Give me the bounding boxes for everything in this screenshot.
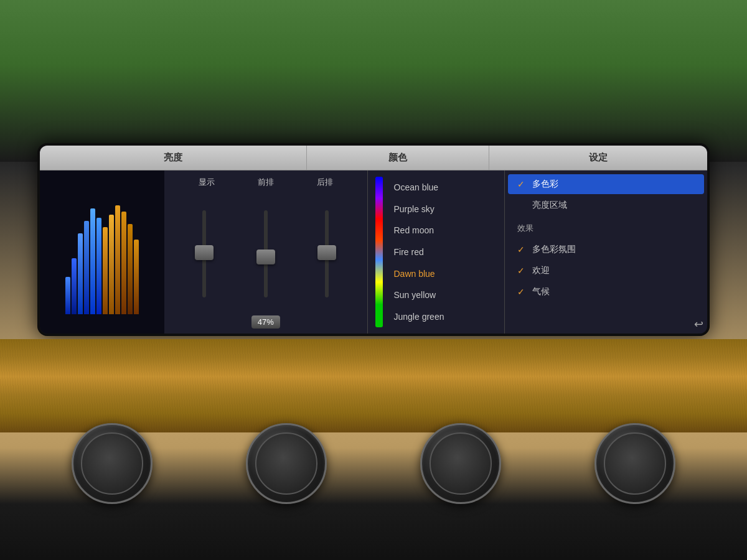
settings-item-effects_header: 效果 [508,217,705,238]
front-slider-track[interactable] [264,210,268,297]
settings-item-multicolor_ambience[interactable]: ✓多色彩氛围 [508,240,705,259]
rear-label: 后排 [317,177,333,188]
display-slider-wrapper[interactable] [202,210,206,310]
color-list: Ocean bluePurple skyRed moonFire redDawn… [388,174,504,330]
settings-label-brightness_area: 亮度区域 [532,200,567,211]
vent-center-left [246,423,327,504]
display-slider-thumb[interactable] [195,245,214,260]
color-strip [375,177,383,327]
settings-item-weather[interactable]: ✓气候 [508,282,705,302]
settings-label-effects_header: 效果 [517,223,533,234]
color-panel: Ocean bluePurple skyRed moonFire redDawn… [368,170,505,334]
brightness-header-label: 亮度 [164,152,182,164]
color-item-sun-yellow[interactable]: Sun yellow [388,286,504,304]
settings-panel: ✓多色彩亮度区域效果✓多色彩氛围✓欢迎✓气候↩ [505,170,708,334]
back-button[interactable]: ↩ [694,317,703,331]
viz-bar [72,258,77,314]
vent-inner-center-left [255,432,317,494]
slider-value-badge: 47% [251,315,280,329]
settings-item-multicolor[interactable]: ✓多色彩 [508,174,705,194]
vents-row [0,423,747,504]
vent-center-right [420,423,501,504]
front-slider-wrapper[interactable]: 47% [264,210,268,310]
viz-bar [109,215,114,314]
viz-bars [59,190,145,314]
color-item-ocean-blue[interactable]: Ocean blue [388,179,504,196]
color-header: 颜色 [307,146,489,170]
check-icon-weather: ✓ [517,287,527,297]
vent-inner-right [604,432,665,494]
color-item-jungle-green[interactable]: Jungle green [388,308,504,325]
viz-bar [121,212,126,314]
screen-bezel: 亮度 颜色 设定 [37,143,710,336]
check-icon-welcome: ✓ [517,266,527,276]
front-slider-thumb[interactable] [256,250,275,264]
infotainment-screen: 亮度 颜色 设定 [40,146,707,334]
vent-right [594,423,675,504]
slider-labels: 显示 前排 后排 [164,177,367,188]
viz-bar [115,205,120,314]
display-slider-track[interactable] [202,210,206,297]
viz-bar [96,218,101,314]
viz-bar [128,224,133,314]
rear-slider-wrapper[interactable] [325,210,329,310]
display-label: 显示 [199,177,215,188]
vent-left [72,423,153,504]
wood-trim [0,339,747,432]
viz-bar [78,233,83,314]
settings-label-weather: 气候 [532,286,550,297]
color-item-red-moon[interactable]: Red moon [388,222,504,239]
dashboard-top [0,0,747,162]
settings-label-welcome: 欢迎 [532,265,550,276]
check-icon-multicolor_ambience: ✓ [517,245,527,254]
viz-bar [90,208,95,314]
rear-slider-thumb[interactable] [317,245,336,260]
color-item-purple-sky[interactable]: Purple sky [388,200,504,218]
vent-inner-center-right [430,432,491,494]
wood-grain [0,339,747,432]
color-strip-container: Ocean bluePurple skyRed moonFire redDawn… [368,174,504,330]
brightness-header: 亮度 [40,146,307,170]
color-item-fire-red[interactable]: Fire red [388,243,504,261]
settings-label-multicolor: 多色彩 [532,179,558,190]
vent-inner-left [81,432,143,494]
viz-bar [65,277,70,314]
settings-label-multicolor_ambience: 多色彩氛围 [532,244,576,255]
viz-bar [103,227,108,314]
screen-header: 亮度 颜色 设定 [40,146,707,170]
settings-header: 设定 [489,146,707,170]
viz-bar [84,221,89,314]
settings-header-label: 设定 [589,152,608,164]
viz-bar [134,240,139,314]
brightness-panel: 显示 前排 后排 [164,170,368,334]
color-header-label: 颜色 [388,152,407,164]
screen-body: 显示 前排 后排 [40,170,707,334]
rear-slider-track[interactable] [325,210,329,297]
front-label: 前排 [258,177,274,188]
color-item-dawn-blue[interactable]: Dawn blue [388,265,504,282]
check-icon-multicolor: ✓ [517,179,527,189]
visualization-panel [40,170,164,334]
settings-item-brightness_area[interactable]: 亮度区域 [508,195,705,215]
settings-item-welcome[interactable]: ✓欢迎 [508,261,705,281]
sliders-container: 47% [164,193,367,327]
